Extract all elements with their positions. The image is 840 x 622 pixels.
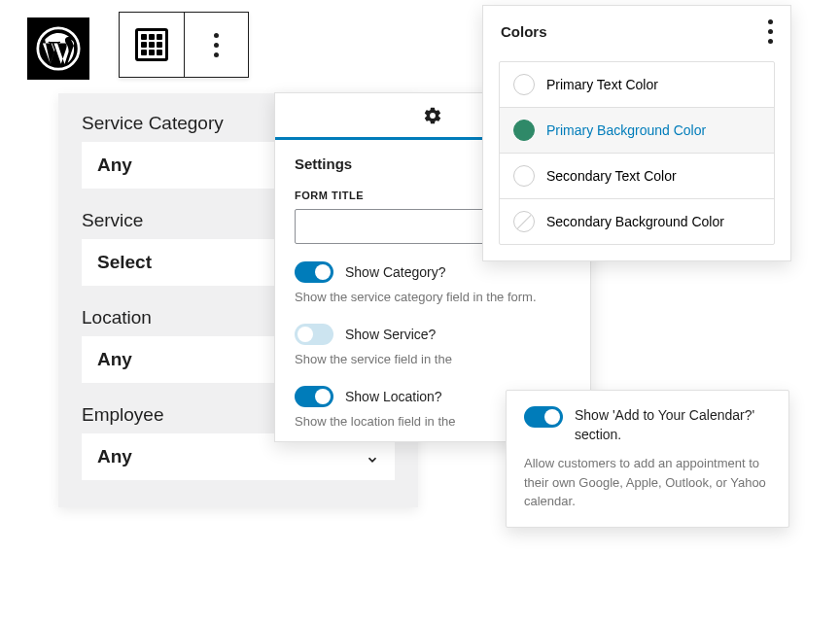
- more-options-button[interactable]: [184, 13, 248, 77]
- toggle-row: Show Category?: [295, 261, 571, 283]
- gear-icon: [423, 106, 442, 125]
- show-category-toggle[interactable]: [295, 261, 333, 283]
- toggle-description: Show the service field in the: [295, 351, 571, 368]
- select-value: Select: [97, 252, 152, 273]
- colors-header: Colors: [483, 6, 790, 57]
- show-service-toggle[interactable]: [295, 324, 333, 345]
- calendar-toggle-label: Show 'Add to Your Calendar?' section.: [575, 406, 771, 444]
- grid-icon: [135, 28, 168, 61]
- ellipsis-vertical-icon: [214, 33, 219, 57]
- select-value: Any: [97, 349, 132, 370]
- toggle-description: Show the service category field in the f…: [295, 289, 571, 306]
- colors-panel: Colors Primary Text Color Primary Backgr…: [482, 5, 791, 261]
- colors-title: Colors: [501, 23, 547, 40]
- color-label: Primary Text Color: [546, 77, 658, 92]
- chevron-down-icon: [366, 450, 379, 464]
- toggle-label: Show Location?: [345, 389, 442, 404]
- color-item-secondary-background[interactable]: Secondary Background Color: [500, 198, 774, 244]
- toggle-row: Show Service?: [295, 324, 571, 345]
- color-list: Primary Text Color Primary Background Co…: [499, 61, 775, 245]
- show-location-toggle[interactable]: [295, 386, 333, 407]
- color-label: Primary Background Color: [546, 122, 706, 138]
- colors-more-button[interactable]: [768, 19, 773, 44]
- color-swatch: [513, 120, 535, 141]
- calendar-description: Allow customers to add an appointment to…: [524, 454, 771, 511]
- color-swatch: [513, 165, 535, 187]
- color-item-secondary-text[interactable]: Secondary Text Color: [500, 153, 774, 198]
- color-swatch: [513, 74, 535, 95]
- color-label: Secondary Text Color: [546, 168, 677, 184]
- select-value: Any: [97, 155, 132, 176]
- color-item-primary-text[interactable]: Primary Text Color: [500, 62, 774, 107]
- color-item-primary-background[interactable]: Primary Background Color: [500, 107, 774, 153]
- show-calendar-toggle[interactable]: [524, 406, 563, 428]
- color-swatch: [513, 211, 535, 232]
- toggle-label: Show Category?: [345, 264, 446, 280]
- wordpress-logo: [27, 17, 89, 80]
- calendar-head: Show 'Add to Your Calendar?' section.: [524, 406, 771, 444]
- select-value: Any: [97, 446, 132, 467]
- wordpress-icon: [36, 26, 81, 71]
- calendar-setting-card: Show 'Add to Your Calendar?' section. Al…: [506, 390, 789, 528]
- block-type-button[interactable]: [120, 13, 184, 77]
- block-toolbar: [119, 12, 249, 78]
- toggle-label: Show Service?: [345, 327, 436, 342]
- color-label: Secondary Background Color: [546, 214, 724, 229]
